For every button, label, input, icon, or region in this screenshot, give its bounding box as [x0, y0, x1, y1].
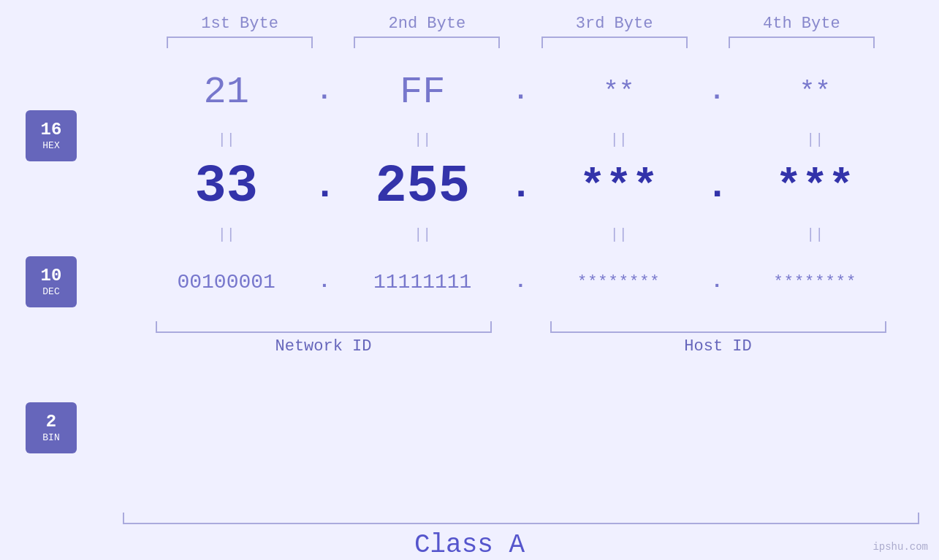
eq1-b2: || [349, 131, 495, 148]
network-bracket-area: Network ID [156, 321, 492, 356]
eq1-b3: || [546, 131, 692, 148]
bin-badge-label: BIN [42, 432, 59, 443]
main-container: 1st Byte 2nd Byte 3rd Byte 4th Byte 16 H… [0, 0, 939, 560]
network-id-label: Network ID [275, 337, 371, 356]
mid-spacer [510, 321, 532, 356]
bracket-top-3 [541, 37, 688, 48]
eq2-b4: || [742, 226, 888, 243]
badges-column: 16 HEX 10 DEC 2 BIN [0, 55, 102, 508]
hex-badge-num: 16 [41, 120, 62, 139]
byte2-label: 2nd Byte [354, 15, 500, 33]
bin-b3: ******** [546, 273, 692, 291]
byte-labels-row: 1st Byte 2nd Byte 3rd Byte 4th Byte [102, 15, 939, 33]
hex-b3: ** [546, 77, 692, 107]
hex-b2: FF [349, 71, 495, 114]
equals-row-1: || || || || [102, 129, 939, 150]
dec-b2: 255 [349, 157, 495, 217]
bin-dot3: . [706, 272, 728, 292]
data-area: 21 . FF . ** . ** || || || || 33 [102, 55, 939, 508]
hex-b1: 21 [153, 71, 300, 114]
equals-row-2: || || || || [102, 223, 939, 245]
rows-area: 16 HEX 10 DEC 2 BIN 21 . FF . ** . ** [0, 55, 939, 508]
hex-row: 21 . FF . ** . ** [102, 55, 939, 129]
hex-dot1: . [313, 79, 335, 105]
dec-badge: 10 DEC [26, 256, 77, 307]
dec-dot2: . [509, 168, 531, 206]
host-id-label: Host ID [684, 337, 751, 356]
byte1-label: 1st Byte [167, 15, 313, 33]
eq2-b1: || [153, 226, 300, 243]
host-bracket-area: Host ID [550, 321, 886, 356]
eq2-b3: || [546, 226, 692, 243]
bin-dot2: . [509, 272, 531, 292]
dec-dot3: . [706, 168, 728, 206]
bin-b1: 00100001 [153, 271, 300, 294]
hex-dot3: . [706, 79, 728, 105]
byte4-label: 4th Byte [729, 15, 875, 33]
dec-row: 33 . 255 . *** . *** [102, 150, 939, 223]
hex-b4: ** [742, 77, 888, 107]
full-bottom-bracket [123, 513, 919, 524]
dec-dot1: . [313, 168, 335, 206]
byte3-label: 3rd Byte [541, 15, 688, 33]
bracket-top-2 [354, 37, 500, 48]
hex-dot2: . [509, 79, 531, 105]
bracket-top-4 [729, 37, 875, 48]
bin-badge: 2 BIN [26, 402, 77, 453]
network-bracket [156, 321, 492, 333]
bracket-top-1 [167, 37, 313, 48]
eq2-b2: || [349, 226, 495, 243]
dec-badge-label: DEC [42, 286, 59, 297]
dec-b3: *** [546, 162, 692, 212]
top-brackets-row [102, 37, 939, 48]
eq1-b1: || [153, 131, 300, 148]
dec-b1: 33 [153, 157, 300, 217]
class-label: Class A [414, 530, 525, 560]
hex-badge-label: HEX [42, 140, 59, 151]
dec-badge-num: 10 [41, 266, 62, 285]
bin-b4: ******** [742, 273, 888, 291]
host-bracket [550, 321, 886, 333]
bin-badge-num: 2 [46, 413, 56, 431]
dec-b4: *** [742, 162, 888, 212]
bin-row: 00100001 . 11111111 . ******** . *******… [102, 245, 939, 318]
bin-dot1: . [313, 272, 335, 292]
bottom-brackets-row: Network ID Host ID [102, 321, 939, 356]
eq1-b4: || [742, 131, 888, 148]
bin-b2: 11111111 [349, 271, 495, 294]
hex-badge: 16 HEX [26, 110, 77, 161]
watermark: ipshu.com [873, 541, 928, 553]
